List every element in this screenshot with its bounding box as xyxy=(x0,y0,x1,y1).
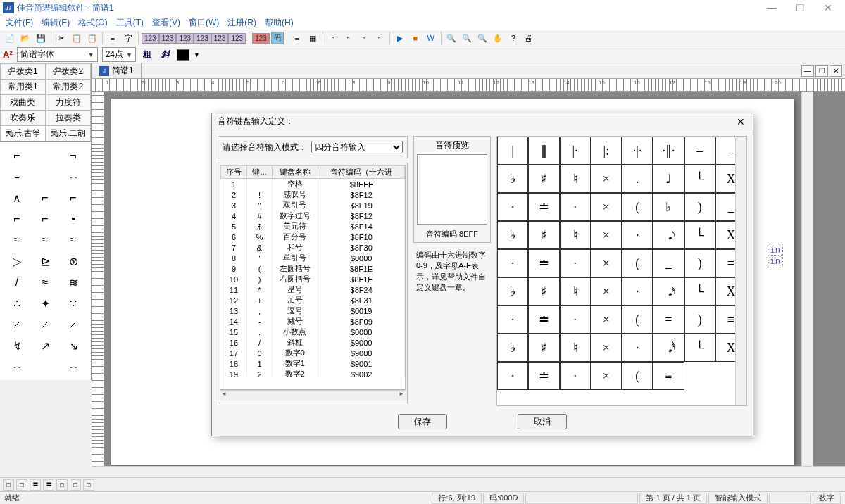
tool-button[interactable]: ▫ xyxy=(326,31,340,45)
palette-symbol[interactable]: ↗ xyxy=(31,335,59,356)
glyph-cell[interactable]: ♭ xyxy=(497,277,528,305)
palette-symbol[interactable]: ¬ xyxy=(59,145,87,166)
mdi-restore[interactable]: ❐ xyxy=(815,65,828,77)
glyph-cell[interactable]: × xyxy=(591,305,622,334)
palette-symbol[interactable] xyxy=(31,145,59,166)
stop-button[interactable]: ■ xyxy=(408,31,423,45)
glyph-cell[interactable]: ( xyxy=(622,362,653,390)
palette-symbol[interactable]: ≈ xyxy=(59,229,87,251)
save-file-button[interactable]: 💾 xyxy=(34,31,48,45)
table-row[interactable]: 192数字2$9002 xyxy=(221,369,405,377)
category-tab[interactable]: 常用类1 xyxy=(0,79,46,94)
zoom-out-button[interactable]: 🔍 xyxy=(475,31,489,45)
num-button[interactable]: 123 xyxy=(142,33,159,44)
glyph-cell[interactable]: └ xyxy=(684,334,715,362)
glyph-cell[interactable]: ≐ xyxy=(528,193,559,221)
table-row[interactable]: 3"双引号$8F19 xyxy=(221,200,405,210)
bottom-tool[interactable]: □ xyxy=(3,479,14,491)
palette-symbol[interactable]: ⌢ xyxy=(59,166,87,187)
glyph-cell[interactable]: ) xyxy=(684,305,715,334)
paste-button[interactable]: 📋 xyxy=(85,31,99,45)
glyph-cell[interactable]: · xyxy=(497,362,528,390)
table-row[interactable]: 2!感叹号$8F12 xyxy=(221,189,405,200)
font-combo[interactable]: 简谱字体 ▼ xyxy=(17,47,98,62)
italic-button[interactable]: 斜 xyxy=(158,49,173,61)
menu-item[interactable]: 查看(V) xyxy=(148,17,184,29)
palette-symbol[interactable] xyxy=(31,356,59,377)
table-row[interactable]: 170数字0$9000 xyxy=(221,348,405,358)
menu-item[interactable]: 帮助(H) xyxy=(261,17,298,29)
palette-symbol[interactable]: ∵ xyxy=(59,293,87,314)
palette-symbol[interactable]: ↘ xyxy=(59,335,87,356)
glyph-cell[interactable]: ( xyxy=(622,249,653,277)
tool-button[interactable]: ▫ xyxy=(342,31,356,45)
palette-symbol[interactable]: ⌐ xyxy=(31,208,59,229)
bottom-tool[interactable]: □ xyxy=(83,479,94,491)
category-tab[interactable]: 民乐.二胡 xyxy=(46,125,92,141)
code-button[interactable]: 码 xyxy=(271,32,284,44)
horizontal-scrollbar[interactable] xyxy=(92,466,845,477)
table-row[interactable]: 9(左圆括号$8F1E xyxy=(221,263,405,274)
play-button[interactable]: ▶ xyxy=(393,31,407,45)
glyph-cell[interactable]: |· xyxy=(560,137,591,165)
glyph-cell[interactable]: × xyxy=(591,221,622,249)
palette-symbol[interactable]: ⌐ xyxy=(3,145,31,166)
glyph-cell[interactable]: · xyxy=(560,249,591,277)
table-row[interactable]: 14-减号$8F09 xyxy=(221,316,405,327)
tool-button[interactable]: ▫ xyxy=(373,31,387,45)
num-button[interactable]: 123 xyxy=(211,33,229,44)
glyph-cell[interactable]: ≐ xyxy=(528,249,559,277)
save-button[interactable]: 保存 xyxy=(398,414,447,429)
export-button[interactable]: W xyxy=(424,31,438,45)
palette-symbol[interactable]: ⌣ xyxy=(3,166,31,187)
category-tab[interactable]: 弹拨类1 xyxy=(0,63,46,79)
palette-symbol[interactable]: ⊛ xyxy=(59,251,87,272)
glyph-cell[interactable]: ·‖· xyxy=(653,137,684,165)
table-row[interactable]: 10)右圆括号$8F1F xyxy=(221,274,405,284)
menu-item[interactable]: 工具(T) xyxy=(112,17,148,29)
menu-item[interactable]: 文件(F) xyxy=(1,17,37,29)
chevron-down-icon[interactable]: ▼ xyxy=(194,51,200,58)
glyph-cell[interactable]: ♯ xyxy=(528,221,559,249)
glyph-cell[interactable]: ♭ xyxy=(497,334,528,362)
minimize-button[interactable]: — xyxy=(758,1,786,15)
tool-button[interactable]: ▫ xyxy=(357,31,371,45)
palette-symbol[interactable]: ⟋ xyxy=(3,314,31,335)
cancel-button[interactable]: 取消 xyxy=(518,414,567,429)
glyph-cell[interactable]: · xyxy=(560,193,591,221)
palette-symbol[interactable]: ≈ xyxy=(31,229,59,251)
size-combo[interactable]: 24点 ▼ xyxy=(102,47,136,62)
bottom-tool[interactable]: □ xyxy=(16,479,27,491)
palette-symbol[interactable]: ≋ xyxy=(59,272,87,293)
category-tab[interactable]: 拉奏类 xyxy=(46,110,92,125)
glyph-cell[interactable]: └ xyxy=(684,165,715,193)
glyph-cell[interactable]: . xyxy=(622,165,653,193)
glyph-cell[interactable]: · xyxy=(622,277,653,305)
glyph-cell[interactable]: · xyxy=(560,305,591,334)
mdi-minimize[interactable]: — xyxy=(801,65,814,77)
category-tab[interactable]: 力度符 xyxy=(46,94,92,110)
bottom-tool[interactable]: □ xyxy=(56,479,68,491)
header-button[interactable]: ≡ xyxy=(106,31,120,45)
table-row[interactable]: 1空格$8EFF xyxy=(221,179,405,190)
dialog-close-button[interactable]: ✕ xyxy=(734,115,747,128)
category-tab[interactable]: 常用类2 xyxy=(46,79,92,94)
glyph-cell[interactable]: 𝅘𝅥𝅰 xyxy=(653,334,684,362)
palette-symbol[interactable]: / xyxy=(3,272,31,293)
category-tab[interactable]: 戏曲类 xyxy=(0,94,46,110)
glyph-cell[interactable]: ♯ xyxy=(528,277,559,305)
glyph-cell[interactable]: ( xyxy=(622,305,653,334)
mode-select[interactable]: 四分音符输入 xyxy=(311,141,403,153)
palette-symbol[interactable]: ⟋ xyxy=(59,314,87,335)
num-button[interactable]: 123 xyxy=(228,33,246,44)
zoom-in-button[interactable]: 🔍 xyxy=(460,31,474,45)
pan-button[interactable]: ✋ xyxy=(491,31,505,45)
category-tab[interactable]: 弹拨类2 xyxy=(46,63,92,79)
glyph-cell[interactable]: ) xyxy=(684,193,715,221)
palette-symbol[interactable]: ⌐ xyxy=(31,187,59,208)
menu-item[interactable]: 编辑(E) xyxy=(37,17,74,29)
glyph-cell[interactable]: · xyxy=(560,362,591,390)
document-tab[interactable]: J 简谱1 xyxy=(92,63,142,79)
category-tab[interactable]: 民乐.古筝 xyxy=(0,125,46,141)
glyph-cell[interactable]: – xyxy=(684,137,715,165)
